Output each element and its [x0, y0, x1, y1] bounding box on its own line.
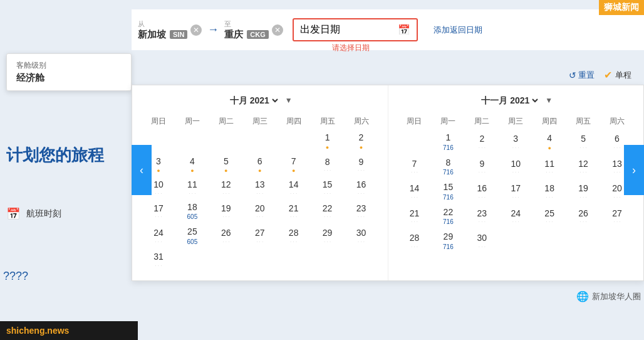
table-row[interactable]: 16· · · — [345, 176, 378, 199]
table-row[interactable]: 19· · · — [566, 179, 600, 204]
watermark-1: 狮城新闻 — [599, 0, 644, 15]
day-number: 1 — [325, 132, 330, 144]
table-row[interactable]: 4● — [532, 129, 566, 154]
table-row[interactable]: 13· · · — [243, 176, 277, 199]
table-row[interactable]: 23· · · — [345, 199, 378, 224]
reset-button[interactable]: ↺ 重置 — [569, 70, 595, 81]
day-dots: · · · — [324, 215, 331, 220]
day-number: 18 — [187, 201, 197, 214]
day-dots: · · · — [580, 195, 587, 200]
add-return-date-button[interactable]: 添加返回日期 — [434, 24, 482, 36]
table-row[interactable]: 1716 — [431, 129, 465, 154]
table-row[interactable]: 11· · · — [532, 154, 566, 179]
day-dots: · · · — [613, 195, 620, 200]
table-row[interactable]: 27· · · — [600, 204, 634, 229]
table-row[interactable]: 25605 — [175, 223, 209, 248]
table-row[interactable]: 5· · · — [566, 129, 600, 154]
day-number: 6 — [615, 133, 620, 146]
calendar-next-button[interactable]: › — [624, 145, 644, 195]
table-row[interactable]: 9· · · — [345, 153, 378, 177]
table-row[interactable]: 3· · · — [499, 129, 532, 154]
table-row[interactable]: 29· · · — [311, 223, 345, 248]
table-row[interactable]: 30· · · — [345, 223, 378, 248]
table-row[interactable]: 23· · · — [465, 204, 499, 229]
day-number: 30 — [356, 227, 366, 240]
table-row[interactable]: 17· · · — [142, 199, 175, 224]
day-number: 21 — [410, 208, 420, 220]
table-row[interactable]: 15· · · — [311, 176, 345, 199]
table-row[interactable]: 17· · · — [499, 179, 532, 204]
month-selector-nov2021[interactable]: 十一月 2021 — [479, 95, 540, 106]
day-orange-dot: ● — [360, 144, 363, 151]
table-row[interactable]: 8· · · — [311, 153, 345, 177]
day-dots: · · · — [155, 215, 162, 220]
day-dots: · · · — [512, 146, 519, 151]
calendar-icon-button[interactable]: 📅 — [398, 24, 410, 36]
clear-from-button[interactable]: ✕ — [190, 24, 202, 36]
table-row[interactable]: 19· · · — [209, 199, 243, 224]
arrow-connector: → — [205, 23, 221, 36]
table-row[interactable]: 26· · · — [209, 223, 243, 248]
table-row[interactable]: 22716 — [431, 204, 465, 229]
table-row[interactable]: 22· · · — [311, 199, 345, 224]
table-row[interactable]: 9· · · — [465, 154, 499, 179]
day-number: 21 — [289, 203, 299, 215]
table-row[interactable]: 21· · · — [398, 204, 432, 229]
table-row[interactable]: 1● — [311, 129, 345, 153]
day-dots: · · · — [613, 220, 620, 225]
table-row[interactable]: 4● — [175, 153, 209, 177]
day-number: 11 — [187, 179, 197, 191]
month-selector-oct2021[interactable]: 十月 2021 — [227, 95, 280, 106]
table-row[interactable]: 18· · · — [532, 179, 566, 204]
table-row[interactable]: 7· · · — [398, 154, 432, 179]
weekday-header: 周五 — [311, 114, 345, 129]
table-row[interactable]: 2· · · — [465, 129, 499, 154]
date-field[interactable]: 出发日期 📅 — [293, 18, 418, 41]
table-row[interactable]: 27· · · — [243, 223, 277, 248]
day-number: 7 — [412, 158, 417, 171]
table-row[interactable]: 25· · · — [532, 204, 566, 229]
table-row[interactable]: 12· · · — [566, 154, 600, 179]
table-row[interactable]: 11· · · — [175, 176, 209, 199]
cabin-dropdown: 客舱级别 经济舱 — [6, 53, 132, 91]
day-dots: · · · — [479, 170, 486, 175]
table-row[interactable]: 14· · · — [398, 179, 432, 204]
day-dots: · · · — [189, 191, 195, 196]
day-dots: · · · — [324, 191, 331, 196]
clear-to-button[interactable]: ✕ — [272, 24, 283, 36]
table-row[interactable]: 20· · · — [243, 199, 277, 224]
table-row[interactable]: 16· · · — [465, 179, 499, 204]
table-row[interactable]: 21· · · — [277, 199, 311, 224]
table-row[interactable]: 5● — [209, 153, 243, 177]
day-dots: · · · — [512, 170, 519, 175]
table-row[interactable]: 2● — [345, 129, 378, 153]
table-row[interactable]: 6● — [243, 153, 277, 177]
table-row[interactable]: 24· · · — [142, 223, 175, 248]
table-row[interactable]: 29716 — [431, 228, 465, 253]
table-row[interactable]: 28· · · — [277, 223, 311, 248]
day-dots: · · · — [290, 215, 297, 220]
day-dots: · · · — [155, 263, 162, 268]
table-row[interactable]: 10· · · — [499, 154, 532, 179]
table-row[interactable]: 14· · · — [277, 176, 311, 199]
table-row[interactable]: 8716 — [431, 154, 465, 179]
day-number: 19 — [221, 203, 231, 215]
table-row[interactable]: 15716 — [431, 179, 465, 204]
day-dots: · · · — [580, 170, 587, 175]
table-row[interactable]: 18605 — [175, 199, 209, 224]
table-row[interactable]: 24· · · — [499, 204, 532, 229]
day-number: 12 — [221, 179, 231, 191]
table-row[interactable]: 12· · · — [209, 176, 243, 199]
calendar-prev-button[interactable]: ‹ — [132, 145, 152, 195]
table-row[interactable]: 7● — [277, 153, 311, 177]
table-row — [311, 248, 345, 271]
day-number: 8 — [445, 157, 450, 169]
day-dots: · · · — [580, 146, 587, 151]
day-dots: · · · — [256, 215, 263, 220]
day-number: 19 — [578, 183, 588, 195]
table-row[interactable]: 31· · · — [142, 248, 175, 271]
table-row[interactable]: 30· · · — [465, 228, 499, 253]
table-row[interactable]: 28· · · — [398, 228, 432, 253]
table-row — [345, 248, 378, 271]
table-row[interactable]: 26· · · — [566, 204, 600, 229]
